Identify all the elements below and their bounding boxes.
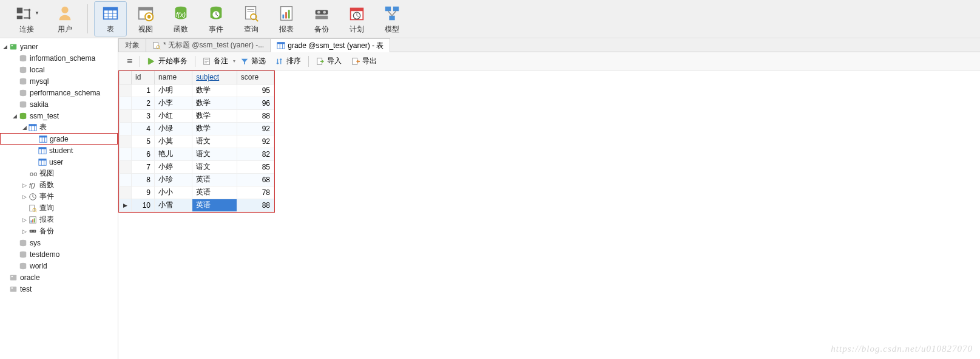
cell-subject[interactable]: 英语 xyxy=(192,173,237,186)
tree-node[interactable]: ◢表 xyxy=(0,121,118,133)
tree-node[interactable]: local xyxy=(0,64,118,75)
cell-subject[interactable]: 英语 xyxy=(192,199,237,211)
tree-node[interactable]: 查询 xyxy=(0,202,118,214)
toolbar-backup-button[interactable]: 备份 xyxy=(305,1,338,36)
column-header-name[interactable]: name xyxy=(155,71,192,84)
cell-score[interactable]: 96 xyxy=(237,97,274,109)
tree-twist-icon[interactable]: ◢ xyxy=(11,113,18,119)
cell-score[interactable]: 78 xyxy=(237,186,274,199)
tree-node[interactable]: world xyxy=(0,260,118,272)
cell-subject[interactable]: 数学 xyxy=(192,84,237,97)
cell-subject[interactable]: 数学 xyxy=(192,97,237,109)
tree-twist-icon[interactable]: ◢ xyxy=(21,125,28,131)
cell-subject[interactable]: 英语 xyxy=(192,186,237,199)
cell-name[interactable]: 小明 xyxy=(155,84,192,97)
table-row[interactable]: ▶10小雪英语88 xyxy=(120,199,274,211)
table-row[interactable]: 5小莫语文92 xyxy=(120,135,274,148)
cell-score[interactable]: 95 xyxy=(237,84,274,97)
cell-id[interactable]: 6 xyxy=(132,148,155,160)
table-row[interactable]: 4小绿数学92 xyxy=(120,122,274,135)
table-row[interactable]: 2小李数学96 xyxy=(120,97,274,109)
table-row[interactable]: 9小小英语78 xyxy=(120,186,274,199)
cell-name[interactable]: 小绿 xyxy=(155,122,192,135)
cell-score[interactable]: 68 xyxy=(237,173,274,186)
cell-score[interactable]: 92 xyxy=(237,122,274,135)
cell-score[interactable]: 88 xyxy=(237,109,274,122)
toolbar-connection-button[interactable]: ▼连接 xyxy=(7,1,46,36)
tree-node[interactable]: oo视图 xyxy=(0,168,118,179)
toolbar-event-button[interactable]: 事件 xyxy=(200,1,232,36)
cell-score[interactable]: 82 xyxy=(237,148,274,160)
cell-id[interactable]: 8 xyxy=(132,173,155,186)
sort-button[interactable]: 排序 xyxy=(272,55,305,67)
tree-node[interactable]: ◢yaner xyxy=(0,41,118,52)
cell-id[interactable]: 3 xyxy=(132,109,155,122)
tree-node[interactable]: performance_schema xyxy=(0,87,118,98)
tab-untitled-query[interactable]: * 无标题 @ssm_test (yaner) -... xyxy=(146,38,271,52)
toolbar-table-button[interactable]: 表 xyxy=(94,1,127,36)
cell-name[interactable]: 小雪 xyxy=(155,199,192,211)
tree-twist-icon[interactable]: ▷ xyxy=(21,194,28,200)
cell-name[interactable]: 小珍 xyxy=(155,173,192,186)
column-header-score[interactable]: score xyxy=(237,71,274,84)
tree-twist-icon[interactable]: ▷ xyxy=(21,217,28,223)
cell-score[interactable]: 92 xyxy=(237,135,274,148)
tree-node[interactable]: student xyxy=(0,145,118,156)
tree-twist-icon[interactable]: ▷ xyxy=(21,182,28,188)
tree-node[interactable]: information_schema xyxy=(0,52,118,64)
table-row[interactable]: 3小红数学88 xyxy=(120,109,274,122)
table-row[interactable]: 8小珍英语68 xyxy=(120,173,274,186)
tree-node[interactable]: sakila xyxy=(0,98,118,110)
tree-node[interactable]: ▷报表 xyxy=(0,214,118,225)
tree-twist-icon[interactable]: ◢ xyxy=(1,44,8,50)
cell-name[interactable]: 小莫 xyxy=(155,135,192,148)
tree-node[interactable]: sys xyxy=(0,237,118,248)
table-row[interactable]: 1小明数学95 xyxy=(120,84,274,97)
toolbar-view-button[interactable]: 视图 xyxy=(129,1,162,36)
cell-name[interactable]: 小小 xyxy=(155,186,192,199)
memo-button[interactable]: 备注 xyxy=(199,55,232,67)
cell-score[interactable]: 88 xyxy=(237,199,274,211)
tree-node[interactable]: mysql xyxy=(0,75,118,87)
cell-subject[interactable]: 数学 xyxy=(192,109,237,122)
cell-id[interactable]: 10 xyxy=(132,199,155,211)
tree-node[interactable]: testdemo xyxy=(0,248,118,260)
table-row[interactable]: 7小婷语文85 xyxy=(120,160,274,173)
cell-id[interactable]: 4 xyxy=(132,122,155,135)
menu-button[interactable]: ≡ xyxy=(123,55,136,68)
toolbar-query-button[interactable]: 查询 xyxy=(235,1,268,36)
tree-node[interactable]: test xyxy=(0,283,118,295)
tree-node[interactable]: grade xyxy=(0,133,118,145)
cell-subject[interactable]: 语文 xyxy=(192,148,237,160)
tree-node[interactable]: ◢ssm_test xyxy=(0,110,118,121)
cell-name[interactable]: 艳儿 xyxy=(155,148,192,160)
cell-name[interactable]: 小李 xyxy=(155,97,192,109)
tab-objects[interactable]: 对象 xyxy=(118,38,146,52)
cell-subject[interactable]: 语文 xyxy=(192,160,237,173)
tree-node[interactable]: ▷f()函数 xyxy=(0,179,118,191)
table-row[interactable]: 6艳儿语文82 xyxy=(120,148,274,160)
filter-button[interactable]: 筛选 xyxy=(237,55,269,67)
cell-score[interactable]: 85 xyxy=(237,160,274,173)
tree-node[interactable]: user xyxy=(0,156,118,168)
cell-id[interactable]: 1 xyxy=(132,84,155,97)
cell-subject[interactable]: 数学 xyxy=(192,122,237,135)
cell-name[interactable]: 小红 xyxy=(155,109,192,122)
tree-node[interactable]: oracle xyxy=(0,272,118,283)
cell-id[interactable]: 2 xyxy=(132,97,155,109)
tree-node[interactable]: ▷备份 xyxy=(0,225,118,237)
tree-node[interactable]: ▷事件 xyxy=(0,191,118,202)
begin-transaction-button[interactable]: 开始事务 xyxy=(144,55,191,67)
tab-grade-table[interactable]: grade @ssm_test (yaner) - 表 xyxy=(270,38,390,52)
toolbar-model-button[interactable]: 模型 xyxy=(376,1,408,36)
column-header-subject[interactable]: subject xyxy=(192,71,237,84)
cell-id[interactable]: 7 xyxy=(132,160,155,173)
tree-twist-icon[interactable]: ▷ xyxy=(21,228,28,234)
export-button[interactable]: 导出 xyxy=(348,55,380,67)
cell-id[interactable]: 9 xyxy=(132,186,155,199)
column-header-id[interactable]: id xyxy=(132,71,155,84)
toolbar-user-button[interactable]: 用户 xyxy=(49,1,81,36)
toolbar-report-button[interactable]: 报表 xyxy=(270,1,303,36)
cell-subject[interactable]: 语文 xyxy=(192,135,237,148)
toolbar-schedule-button[interactable]: 计划 xyxy=(340,1,373,36)
